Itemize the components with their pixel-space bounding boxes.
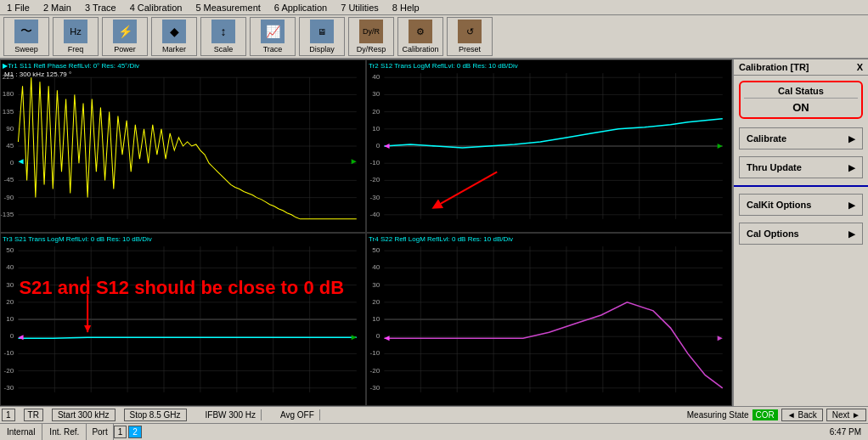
- svg-text:0: 0: [376, 142, 380, 149]
- thru-update-label: Thru Update: [747, 162, 802, 172]
- svg-text:20: 20: [6, 298, 14, 306]
- calibrate-button[interactable]: Calibrate ▶: [739, 127, 863, 149]
- svg-text:-40: -40: [370, 211, 380, 218]
- toolbar-power[interactable]: ⚡ Power: [102, 17, 148, 56]
- cal-status-box: Cal Status ON: [739, 81, 863, 119]
- infobar-port1[interactable]: 1: [114, 426, 127, 438]
- toolbar-marker[interactable]: ◆ Marker: [151, 17, 197, 56]
- svg-text:50: 50: [372, 246, 380, 254]
- toolbar-sweep[interactable]: 〜 Sweep: [3, 17, 49, 56]
- menu-calibration[interactable]: 4 Calibration: [123, 3, 189, 13]
- calibrate-label: Calibrate: [747, 133, 786, 144]
- svg-text:45: 45: [6, 142, 14, 149]
- infobar: Internal Int. Ref. Port 1 2 6:47 PM: [0, 423, 868, 440]
- menu-file[interactable]: 1 File: [0, 3, 37, 13]
- svg-text:-10: -10: [370, 159, 380, 166]
- toolbar-response[interactable]: Dy/R Dy/Resp: [348, 17, 394, 56]
- svg-text:0: 0: [10, 159, 14, 166]
- back-button[interactable]: ◄ Back: [781, 409, 823, 421]
- panel-header: Calibration [TR] X: [734, 59, 868, 76]
- status-avg: Avg OFF: [275, 409, 320, 420]
- menu-application[interactable]: 6 Application: [268, 3, 334, 13]
- status-measuring-value: COR: [752, 409, 778, 420]
- right-panel: Calibration [TR] X Cal Status ON Calibra…: [732, 59, 868, 406]
- status-ifbw: IFBW 300 Hz: [200, 409, 262, 420]
- svg-text:-90: -90: [4, 194, 14, 201]
- svg-text:10: 10: [372, 315, 380, 323]
- svg-text:-10: -10: [4, 349, 14, 357]
- svg-text:10: 10: [6, 315, 14, 323]
- svg-text:-30: -30: [370, 194, 380, 201]
- main-area: ▶Tr1 S11 Refl Phase ReflLvl: 0° Res: 45°…: [0, 59, 868, 406]
- svg-text:-135: -135: [1, 211, 14, 218]
- infobar-port2[interactable]: 2: [128, 426, 142, 438]
- panel-title: Calibration [TR]: [739, 62, 809, 72]
- cal-options-label: Cal Options: [747, 228, 799, 239]
- svg-text:-30: -30: [370, 384, 380, 392]
- chart-tr1-marker: M1 : 300 kHz 125.79 °: [4, 71, 71, 78]
- chart-tr4[interactable]: Tr4 S22 Refl LogM ReflLvl: 0 dB Res: 10 …: [366, 233, 732, 406]
- next-button[interactable]: Next ►: [826, 409, 866, 421]
- thru-update-button[interactable]: Thru Update ▶: [739, 156, 863, 178]
- infobar-internal: Internal: [0, 424, 42, 440]
- panel-close-button[interactable]: X: [857, 62, 863, 72]
- infobar-int-ref: Int. Ref.: [42, 424, 87, 440]
- menu-help[interactable]: 8 Help: [386, 3, 426, 13]
- status-start: Start 300 kHz: [52, 409, 116, 421]
- svg-text:180: 180: [3, 90, 14, 98]
- menu-utilities[interactable]: 7 Utilities: [334, 3, 386, 13]
- svg-text:10: 10: [372, 125, 380, 133]
- svg-text:50: 50: [6, 246, 14, 254]
- status-mode: TR: [24, 409, 43, 421]
- svg-text:-30: -30: [4, 384, 14, 392]
- infobar-port-label: Port: [87, 424, 113, 440]
- svg-text:30: 30: [6, 281, 14, 289]
- svg-text:90: 90: [6, 125, 14, 133]
- chart-tr2[interactable]: Tr2 S12 Trans LogM ReflLvl: 0 dB Res: 10…: [366, 59, 732, 233]
- toolbar-preset[interactable]: ↺ Preset: [447, 17, 493, 56]
- svg-text:40: 40: [372, 73, 380, 81]
- statusbar: 1 TR Start 300 kHz Stop 8.5 GHz IFBW 300…: [0, 406, 868, 423]
- status-stop: Stop 8.5 GHz: [124, 409, 187, 421]
- svg-text:0: 0: [10, 332, 14, 340]
- menubar: 1 File 2 Main 3 Trace 4 Calibration 5 Me…: [0, 0, 868, 15]
- toolbar-trace[interactable]: 📈 Trace: [250, 17, 296, 56]
- svg-text:40: 40: [372, 263, 380, 271]
- svg-text:-10: -10: [370, 349, 380, 357]
- svg-text:20: 20: [372, 298, 380, 306]
- svg-text:20: 20: [372, 108, 380, 116]
- menu-main[interactable]: 2 Main: [37, 3, 78, 13]
- toolbar-freq[interactable]: Hz Freq: [53, 17, 99, 56]
- menu-trace[interactable]: 3 Trace: [78, 3, 123, 13]
- toolbar-display[interactable]: 🖥 Display: [299, 17, 345, 56]
- calkit-options-label: CalKit Options: [747, 200, 811, 210]
- toolbar-scale[interactable]: ↕ Scale: [200, 17, 246, 56]
- infobar-time: 6:47 PM: [830, 427, 868, 437]
- cal-status-value: ON: [744, 99, 858, 114]
- calkit-options-button[interactable]: CalKit Options ▶: [739, 194, 863, 216]
- svg-text:30: 30: [372, 281, 380, 289]
- calibrate-arrow: ▶: [848, 134, 855, 144]
- svg-text:-20: -20: [370, 176, 380, 183]
- svg-text:40: 40: [6, 263, 14, 271]
- calkit-options-arrow: ▶: [848, 200, 855, 210]
- svg-text:-20: -20: [4, 367, 14, 375]
- toolbar: 〜 Sweep Hz Freq ⚡ Power ◆ Marker ↕ Scale…: [0, 15, 868, 59]
- chart-area: ▶Tr1 S11 Refl Phase ReflLvl: 0° Res: 45°…: [0, 59, 732, 406]
- svg-text:-20: -20: [370, 367, 380, 375]
- chart-tr1[interactable]: ▶Tr1 S11 Refl Phase ReflLvl: 0° Res: 45°…: [0, 59, 366, 233]
- toolbar-calibration[interactable]: ⚙ Calibration: [397, 17, 443, 56]
- svg-text:30: 30: [372, 90, 380, 98]
- chart-tr3-title: Tr3 S21 Trans LogM ReflLvl: 0 dB Res: 10…: [3, 235, 152, 243]
- status-tab: 1: [2, 409, 15, 421]
- chart-tr3[interactable]: Tr3 S21 Trans LogM ReflLvl: 0 dB Res: 10…: [0, 233, 366, 406]
- cal-options-button[interactable]: Cal Options ▶: [739, 223, 863, 245]
- svg-text:0: 0: [376, 332, 380, 340]
- cal-options-arrow: ▶: [848, 229, 855, 239]
- chart-tr2-title: Tr2 S12 Trans LogM ReflLvl: 0 dB Res: 10…: [369, 62, 518, 70]
- cal-status-label: Cal Status: [744, 86, 858, 99]
- status-measuring: Measuring State: [687, 410, 749, 420]
- menu-measurement[interactable]: 5 Measurement: [189, 3, 267, 13]
- chart-tr4-title: Tr4 S22 Refl LogM ReflLvl: 0 dB Res: 10 …: [369, 235, 513, 243]
- thru-update-arrow: ▶: [848, 163, 855, 172]
